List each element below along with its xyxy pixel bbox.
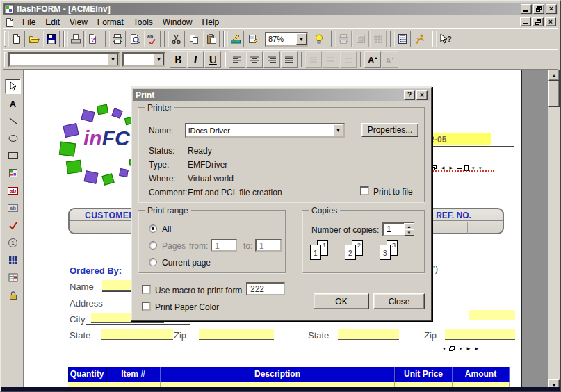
export-form-button[interactable] [67,31,84,47]
red-dotted-rule [430,170,494,172]
align-left-button[interactable] [229,51,245,68]
print-button[interactable] [109,31,126,47]
printer-name-label: Name: [149,126,173,136]
menu-file[interactable]: File [17,16,40,28]
grid-edit-tool[interactable] [5,270,21,285]
zip-field-right[interactable] [445,329,515,340]
lock-tool[interactable] [5,287,21,302]
toolbar-handle[interactable] [4,31,6,47]
child-close-button[interactable]: × [545,17,556,26]
font-size-combobox[interactable]: ▼ [122,52,165,67]
workspace-background [521,70,548,391]
zip-field[interactable] [199,329,274,340]
open-button[interactable] [26,31,42,47]
field-nav-icons[interactable]: ▼ ▼ ► ► [442,345,480,352]
ellipse-tool[interactable] [5,131,21,146]
minimize-button[interactable] [521,4,532,14]
minimize-glyph-icon [457,168,462,169]
menu-edit[interactable]: Edit [40,16,65,28]
from-field[interactable]: 1 [211,239,237,252]
text-tool[interactable]: A [5,96,21,111]
macro-number-field[interactable]: 222 [246,282,285,295]
toolbar-handle[interactable] [4,52,6,67]
label-field-tool[interactable]: ab [5,200,21,215]
run-macro-button[interactable] [412,31,428,47]
form-design-button[interactable] [227,31,244,47]
edit-form-button[interactable] [245,31,261,47]
tip-button[interactable] [311,31,327,47]
range-all-radio[interactable] [149,224,157,233]
to-label: to: [243,241,252,251]
scroll-thumb[interactable] [548,81,560,107]
dialog-title: Print [136,90,404,100]
menu-tools[interactable]: Tools [129,16,158,28]
restore-icon [535,19,541,25]
align-justify-button[interactable] [281,51,298,68]
city-field-right[interactable] [469,310,515,320]
range-pages-radio[interactable] [149,241,157,250]
formatting-toolbar: ▼ ▼ B I U A A [3,49,558,70]
calculator-button[interactable] [394,31,411,47]
increase-font-button[interactable]: A [364,51,381,68]
rectangle-tool[interactable] [5,148,21,163]
paste-button[interactable] [203,31,220,47]
new-button[interactable] [8,31,25,47]
align-center-button[interactable] [246,51,263,68]
chevron-down-icon[interactable]: ▼ [296,33,307,45]
numbering-tool[interactable]: 1 [5,235,21,250]
copy-button[interactable] [186,31,202,47]
vertical-scrollbar[interactable]: ▲ ▼ [548,70,560,391]
italic-button[interactable]: I [187,51,204,68]
save-button[interactable] [43,31,60,47]
chevron-down-icon[interactable]: ▼ [154,54,164,65]
arrow-down-icon: ▼ [458,346,463,351]
close-button[interactable]: × [546,4,557,14]
print-preview-button[interactable] [127,31,143,47]
cut-button[interactable] [168,31,185,47]
checkbox-tool[interactable] [5,218,21,233]
dialog-help-button[interactable]: ? [404,90,415,100]
spellcheck-button[interactable]: ab [144,31,161,47]
menu-help[interactable]: Help [197,16,225,28]
printer-group-label: Printer [145,103,174,113]
ok-button[interactable]: OK [314,293,369,309]
printer-combobox[interactable]: iDocs Driver ▼ [185,123,345,138]
separator [331,31,332,47]
context-help-button[interactable]: ? [436,31,455,47]
state-field-right[interactable] [338,329,399,340]
scroll-up-button[interactable]: ▲ [548,70,560,81]
spin-up-button[interactable]: ▲ [404,223,414,229]
name-label: Name [70,281,94,292]
restore-button[interactable] [533,4,544,14]
print-to-file-checkbox[interactable] [360,186,369,195]
child-minimize-button[interactable] [520,17,531,26]
chevron-down-icon[interactable]: ▼ [108,54,118,65]
state-field[interactable] [101,329,173,340]
dialog-close-button[interactable]: × [416,90,428,100]
zoom-combobox[interactable]: 87% ▼ [265,32,308,47]
chevron-down-icon[interactable]: ▼ [333,124,343,136]
arrow-down-icon: ▼ [442,347,446,351]
menu-window[interactable]: Window [158,16,197,28]
underline-button[interactable]: U [204,51,221,68]
font-combobox[interactable]: ▼ [8,52,120,67]
child-restore-button[interactable] [532,17,544,26]
range-current-radio[interactable] [149,258,157,266]
menu-view[interactable]: View [65,16,92,28]
line-tool[interactable] [5,113,21,129]
use-macro-checkbox[interactable] [142,285,151,294]
properties-button[interactable]: Properties... [361,123,418,137]
document-icon[interactable] [5,17,15,27]
bold-button[interactable]: B [170,51,186,68]
print-paper-color-checkbox[interactable] [142,302,151,311]
menu-format[interactable]: Format [92,16,129,28]
document-help-button[interactable]: ? [85,31,101,47]
align-right-button[interactable] [263,51,280,68]
to-field[interactable]: 1 [255,239,282,252]
table-tool[interactable] [5,252,21,268]
text-field-tool[interactable]: ab [5,183,21,198]
spin-down-button[interactable]: ▼ [404,229,414,236]
close-button-dialog[interactable]: Close [373,293,425,309]
select-tool[interactable] [5,79,21,94]
image-tool[interactable] [5,165,21,181]
